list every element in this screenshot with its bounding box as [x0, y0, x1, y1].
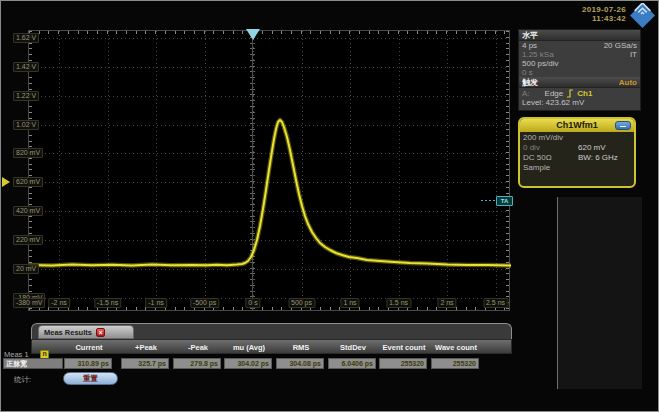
- trigger-level-row: Level: 423.62 mV: [519, 98, 640, 107]
- x-axis-label: 2 ns: [437, 298, 456, 308]
- y-axis-label: 220 mV: [13, 235, 43, 245]
- sample-rate-value: 20 GSa/s: [604, 41, 637, 50]
- y-axis-label: 820 mV: [13, 148, 43, 158]
- timebase-row: 500 ps/div: [519, 59, 640, 68]
- ch1wfm1-body: 200 mV/div 0 div620 mV DC 50ΩBW: 6 GHz S…: [520, 132, 634, 174]
- ch1wfm1-dialog[interactable]: Ch1Wfm1 200 mV/div 0 div620 mV DC 50ΩBW:…: [518, 117, 636, 188]
- resolution-row: 4 ps 20 GSa/s: [519, 41, 640, 50]
- trigger-level-line: [481, 200, 496, 201]
- y-axis-label: 1.62 V: [13, 33, 39, 43]
- meas-value-cell: 304.02 ps: [224, 358, 272, 369]
- resolution-value: 4 ps: [522, 41, 537, 50]
- signal-bar-column: [557, 197, 642, 389]
- y-axis-label: 420 mV: [13, 206, 43, 216]
- meas-results-titlebar: Meas Results ×: [31, 323, 512, 339]
- meas-value-cell: 6.0406 ps: [328, 358, 376, 369]
- channel-offset-marker-icon[interactable]: [2, 177, 10, 187]
- decimation-mode-value: Sample: [523, 163, 578, 173]
- x-axis-label: -1.5 ns: [94, 298, 121, 308]
- position-value: 0 s: [522, 68, 533, 77]
- column-header: StdDev: [329, 343, 377, 352]
- meas-value-cell: 304.08 ps: [276, 358, 324, 369]
- meas-value-cell: 325.7 ps: [121, 358, 169, 369]
- position-div-value: 0 div: [523, 143, 578, 153]
- x-axis-label: -500 ps: [190, 298, 219, 308]
- edge-trigger-icon: [566, 89, 574, 98]
- statistics-label: 统计:: [14, 375, 31, 385]
- record-length-row: 1.25 kSa IT: [519, 50, 640, 59]
- datetime-display: 2019-07-26 11:43:42: [582, 5, 626, 23]
- y-axis-label: 1.22 V: [13, 91, 39, 101]
- trigger-source-row: A: Edge Ch1: [519, 88, 640, 98]
- settings-panel[interactable]: 水平 4 ps 20 GSa/s 1.25 kSa IT 500 ps/div …: [518, 29, 641, 111]
- close-icon[interactable]: ×: [96, 328, 105, 337]
- trigger-type: Edge: [545, 89, 564, 98]
- x-axis-label: 0 s: [245, 298, 260, 308]
- position-row: 0 s: [519, 68, 640, 77]
- minimize-button[interactable]: [615, 121, 631, 130]
- vertical-scale-value: 200 mV/div: [523, 133, 578, 143]
- tab-meas-results[interactable]: Meas Results ×: [38, 325, 134, 339]
- trigger-section-header[interactable]: 触发 Auto: [519, 77, 640, 88]
- record-length-value: 1.25 kSa: [522, 50, 554, 59]
- trigger-level-tag[interactable]: TA: [496, 196, 513, 206]
- y-axis-label: 20 mV: [13, 264, 39, 274]
- y-axis-label: 620 mV: [13, 177, 43, 187]
- ch1-waveform-trace: [29, 31, 511, 312]
- time-text: 11:43:42: [582, 14, 626, 23]
- x-axis-label: 1.5 ns: [386, 298, 411, 308]
- oscilloscope-screen: 2019-07-26 11:43:42 TA 1.62 V1.42 V1.22 …: [0, 0, 659, 412]
- x-axis-label: 1 ns: [340, 298, 359, 308]
- y-axis-label: 1.42 V: [13, 62, 39, 72]
- trigger-position-marker-icon[interactable]: [246, 29, 260, 40]
- trigger-level-value: Level: 423.62 mV: [522, 98, 584, 107]
- meas-table-header-row: Current+Peak-Peakmu (Avg)RMSStdDevEvent …: [31, 339, 512, 354]
- horizontal-section-header[interactable]: 水平: [519, 30, 640, 41]
- x-axis-label: 2.5 ns: [483, 298, 508, 308]
- x-axis-label: -2 ns: [48, 298, 70, 308]
- y-axis-label: 1.02 V: [13, 120, 39, 130]
- x-axis-label: 500 ps: [288, 298, 315, 308]
- bandwidth-value: BW: 6 GHz: [578, 153, 618, 163]
- trigger-source: Ch1: [577, 89, 592, 98]
- column-header: Event count: [380, 343, 428, 352]
- x-axis-label: -1 ns: [145, 298, 167, 308]
- timebase-value: 500 ps/div: [522, 59, 558, 68]
- column-header: Current: [65, 343, 113, 352]
- meas-value-cell: 310.89 ps: [64, 358, 112, 369]
- ch1wfm1-title-bar[interactable]: Ch1Wfm1: [520, 119, 634, 132]
- reset-button[interactable]: 重置: [63, 372, 118, 385]
- waveform-display[interactable]: TA 1.62 V1.42 V1.22 V1.02 V820 mV620 mV4…: [28, 30, 510, 311]
- date-text: 2019-07-26: [582, 5, 626, 14]
- rohde-schwarz-logo-icon: [630, 3, 655, 28]
- meas-value-cell: 255320: [431, 358, 479, 369]
- column-header: RMS: [277, 343, 325, 352]
- horizontal-title: 水平: [522, 31, 538, 40]
- offset-value: 620 mV: [578, 143, 606, 153]
- trigger-title: 触发: [522, 78, 538, 87]
- column-header: -Peak: [174, 343, 222, 352]
- trigger-mode: Auto: [619, 78, 637, 87]
- column-header: Wave count: [432, 343, 480, 352]
- coupling-value: DC 50Ω: [523, 153, 578, 163]
- ch1wfm1-title: Ch1Wfm1: [556, 120, 598, 130]
- column-header: mu (Avg): [225, 343, 273, 352]
- column-header: +Peak: [122, 343, 170, 352]
- meas-results-tab-label: Meas Results: [44, 328, 92, 337]
- meas-value-cell: 279.8 ps: [173, 358, 221, 369]
- y-axis-label: -380 mV: [13, 298, 45, 308]
- meas-value-cell: 255320: [379, 358, 427, 369]
- acquisition-mode-value: IT: [630, 50, 637, 59]
- meas-row-label: 正脉宽: [3, 358, 63, 369]
- trigger-event-label: A:: [522, 89, 530, 98]
